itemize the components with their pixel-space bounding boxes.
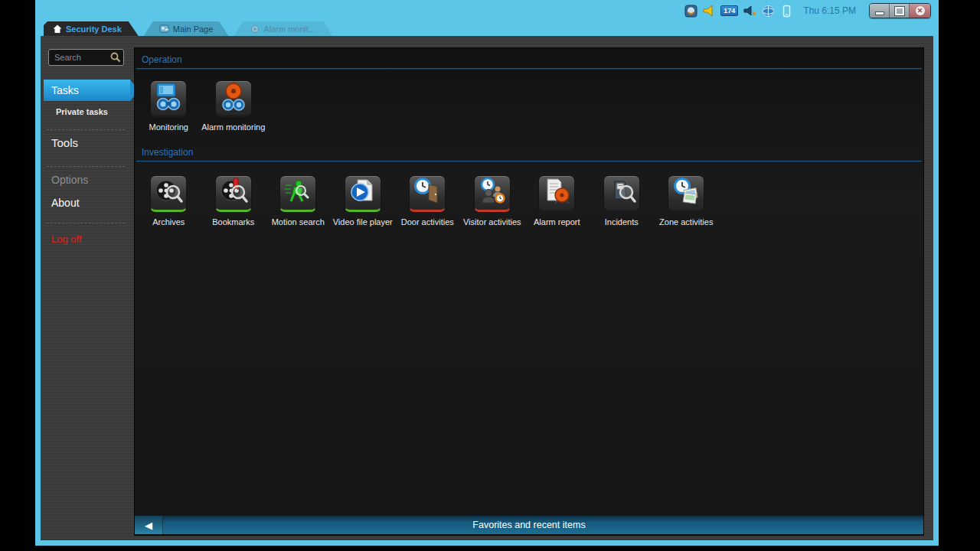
tile-label: Door activities	[401, 217, 454, 227]
visitor-activities-icon	[477, 176, 508, 210]
close-button[interactable]: ✕	[910, 4, 930, 18]
zone-activities-icon	[671, 176, 701, 210]
tile-label: Video file player	[333, 217, 393, 227]
task-tile-bookmarks[interactable]: Bookmarks	[201, 175, 266, 227]
section-title-investigation: Investigation	[142, 147, 193, 158]
video-file-player-icon	[348, 176, 378, 210]
tile-surface	[215, 175, 252, 212]
favorites-collapse-button[interactable]: ◀	[135, 516, 163, 534]
tab-bar: Security Desk Main Page Alarm monit...	[44, 21, 332, 36]
task-tile-motion-search[interactable]: Motion search	[266, 175, 331, 227]
volume-icon[interactable]	[743, 5, 756, 17]
tile-surface	[538, 175, 575, 212]
section-title-operation: Operation	[142, 54, 182, 65]
tile-surface	[603, 175, 640, 212]
tile-label: Visitor activities	[463, 217, 521, 227]
alarm-tab-icon	[250, 24, 260, 34]
security-desk-window: 174 Thu 6:15 PM ✕ Security Desk Main Pag…	[35, 0, 939, 546]
sidebar-divider	[47, 223, 125, 223]
tab-main-page[interactable]: Main Page	[144, 21, 229, 36]
tile-label: Archives	[152, 217, 185, 227]
announcement-icon[interactable]	[703, 5, 715, 17]
favorites-bar-label: Favorites and recent items	[472, 520, 585, 530]
chevron-left-icon: ◀	[145, 520, 152, 530]
minimize-icon	[875, 11, 884, 15]
titlebar: 174 Thu 6:15 PM ✕	[35, 0, 939, 21]
motion-search-icon	[283, 176, 313, 210]
tray-clock: Thu 6:15 PM	[803, 5, 856, 16]
task-tile-monitoring[interactable]: Monitoring	[136, 80, 201, 132]
tile-surface	[345, 175, 381, 212]
browser-globe-icon[interactable]	[762, 5, 775, 18]
tile-label: Motion search	[272, 217, 325, 227]
app-frame: Tasks Private tasks Tools Options About …	[41, 36, 933, 540]
tile-label: Incidents	[605, 217, 639, 227]
favorites-bar[interactable]: ◀ Favorites and recent items	[135, 515, 923, 534]
sidebar-divider	[47, 166, 125, 167]
tile-surface	[474, 175, 511, 212]
tile-surface	[150, 175, 187, 212]
task-panel: Operation Monitoring	[134, 47, 924, 536]
section-divider	[136, 161, 922, 161]
section-divider	[136, 68, 922, 69]
close-icon: ✕	[916, 6, 925, 15]
tile-label: Bookmarks	[212, 217, 254, 227]
tile-surface	[150, 80, 187, 117]
task-tile-video-file-player[interactable]: Video file player	[331, 175, 396, 227]
incidents-icon	[606, 176, 637, 210]
tab-label: Alarm monit...	[263, 24, 315, 34]
door-activities-icon	[412, 176, 443, 210]
search-icon[interactable]	[110, 52, 121, 66]
alarm-monitoring-icon	[218, 81, 249, 115]
sidebar-item-tools[interactable]: Tools	[44, 136, 138, 149]
investigation-tiles: Archives Bookmarks	[136, 175, 719, 227]
task-tile-archives[interactable]: Archives	[136, 175, 201, 227]
tab-alarm-monitoring[interactable]: Alarm monit...	[234, 21, 332, 36]
minimize-button[interactable]	[870, 4, 890, 18]
tile-label: Zone activities	[659, 217, 713, 227]
sidebar-item-private-tasks[interactable]: Private tasks	[44, 107, 142, 116]
sidebar-item-about[interactable]: About	[44, 197, 138, 209]
tile-label: Monitoring	[149, 122, 188, 132]
sidebar-item-tasks[interactable]: Tasks	[44, 80, 130, 101]
operation-tiles: Monitoring Alarm monitoring	[136, 80, 266, 132]
task-tile-incidents[interactable]: Incidents	[590, 175, 655, 227]
archives-icon	[153, 176, 184, 210]
tile-label: Alarm report	[534, 217, 580, 227]
task-tile-door-activities[interactable]: Door activities	[395, 175, 460, 227]
sidebar: Tasks Private tasks Tools Options About …	[44, 36, 130, 540]
window-controls: ✕	[869, 3, 931, 18]
mobile-device-icon[interactable]	[780, 5, 793, 18]
task-tile-visitor-activities[interactable]: Visitor activities	[460, 175, 525, 227]
tab-label: Main Page	[173, 24, 214, 34]
main-page-icon	[159, 24, 169, 34]
tile-label: Alarm monitoring	[201, 122, 265, 132]
tab-label: Security Desk	[66, 24, 122, 34]
task-tile-alarm-monitoring[interactable]: Alarm monitoring	[201, 80, 266, 132]
tray-app-icon[interactable]	[684, 5, 697, 18]
alarm-report-icon	[541, 176, 572, 210]
search-box	[48, 49, 124, 66]
tab-security-desk[interactable]: Security Desk	[44, 21, 139, 36]
bookmarks-icon	[218, 176, 249, 210]
task-tile-zone-activities[interactable]: Zone activities	[654, 175, 719, 227]
tile-surface	[668, 175, 704, 212]
sidebar-item-options[interactable]: Options	[44, 174, 138, 186]
maximize-button[interactable]	[890, 4, 910, 18]
sidebar-divider	[47, 129, 125, 130]
notification-count-badge[interactable]: 174	[720, 5, 738, 16]
monitoring-icon	[153, 81, 184, 115]
tile-surface	[409, 175, 446, 212]
sidebar-item-logoff[interactable]: Log off	[44, 233, 138, 245]
maximize-icon	[895, 7, 904, 15]
home-icon	[53, 24, 62, 34]
tile-surface	[279, 175, 316, 212]
tile-surface	[215, 80, 252, 117]
task-tile-alarm-report[interactable]: Alarm report	[524, 175, 590, 227]
